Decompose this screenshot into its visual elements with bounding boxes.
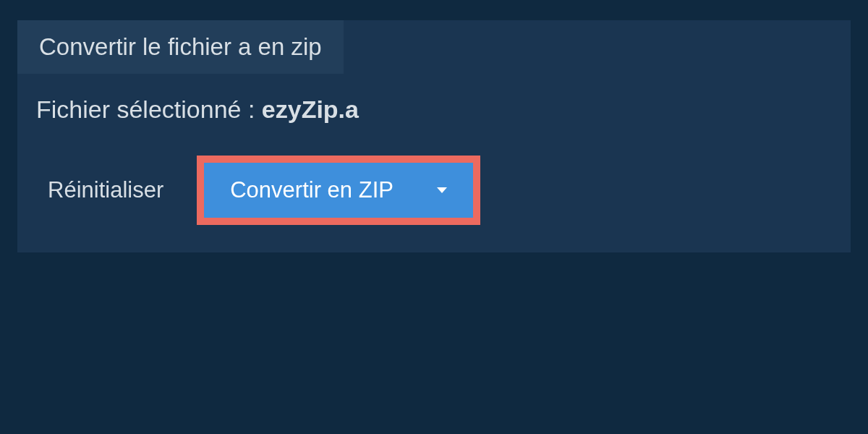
tab-convert[interactable]: Convertir le fichier a en zip xyxy=(17,20,344,74)
caret-down-icon xyxy=(437,187,447,193)
highlight-box: Convertir en ZIP xyxy=(197,156,480,225)
selected-file-row: Fichier sélectionné : ezyZip.a xyxy=(17,74,851,131)
main-panel: Convertir le fichier a en zip Fichier sé… xyxy=(17,20,851,252)
actions-row: Réinitialiser Convertir en ZIP xyxy=(17,131,851,225)
selected-file-prefix: Fichier sélectionné : xyxy=(36,95,262,123)
convert-button[interactable]: Convertir en ZIP xyxy=(204,163,473,218)
reset-button[interactable]: Réinitialiser xyxy=(48,177,163,203)
convert-button-label: Convertir en ZIP xyxy=(230,177,393,203)
selected-file-name: ezyZip.a xyxy=(262,95,359,123)
